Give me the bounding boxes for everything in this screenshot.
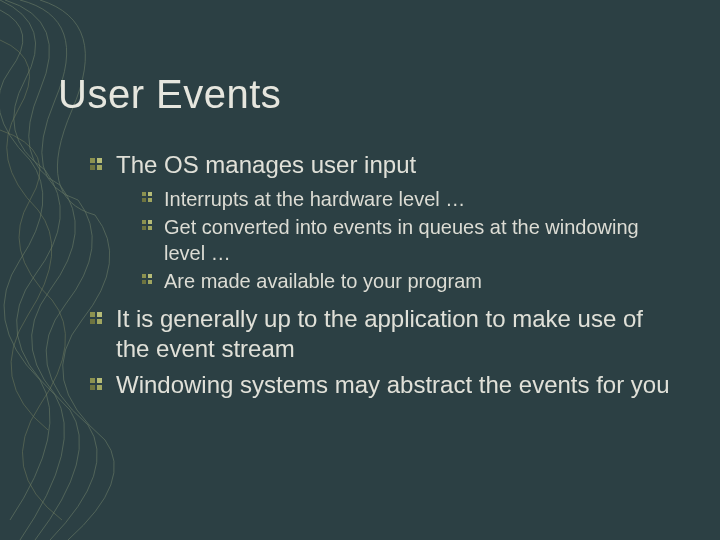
bullet-icon <box>142 192 154 204</box>
bullet-icon <box>142 274 154 286</box>
bullet-text: Get converted into events in queues at t… <box>164 216 639 264</box>
bullet-text: The OS manages user input <box>116 151 416 178</box>
list-item: The OS manages user input Interrupts at … <box>90 150 680 294</box>
bullet-text: Windowing systems may abstract the event… <box>116 371 670 398</box>
bullet-icon <box>142 220 154 232</box>
slide-body: The OS manages user input Interrupts at … <box>90 150 680 406</box>
slide-title: User Events <box>58 72 281 117</box>
bullet-text: Interrupts at the hardware level … <box>164 188 465 210</box>
bullet-icon <box>90 378 104 392</box>
sub-list: Interrupts at the hardware level … Get c… <box>116 186 680 294</box>
slide: User Events The OS manages user input In… <box>0 0 720 540</box>
bullet-text: It is generally up to the application to… <box>116 305 643 362</box>
bullet-text: Are made available to your program <box>164 270 482 292</box>
list-item: Get converted into events in queues at t… <box>142 214 680 266</box>
list-item: Are made available to your program <box>142 268 680 294</box>
list-item: Windowing systems may abstract the event… <box>90 370 680 400</box>
bullet-icon <box>90 158 104 172</box>
bullet-icon <box>90 312 104 326</box>
list-item: Interrupts at the hardware level … <box>142 186 680 212</box>
list-item: It is generally up to the application to… <box>90 304 680 364</box>
bullet-list: The OS manages user input Interrupts at … <box>90 150 680 400</box>
